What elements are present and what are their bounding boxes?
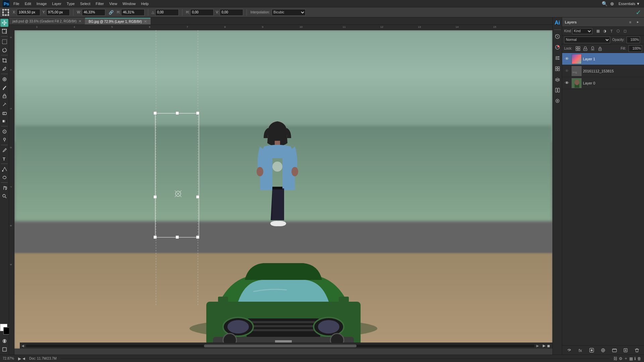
scroll-track-h[interactable] [26, 345, 535, 347]
stop-button[interactable]: ⏹ [547, 344, 550, 348]
pixel-kind-icon[interactable]: ▦ [595, 28, 601, 34]
layers-expand-btn[interactable]: ▸ [635, 19, 641, 25]
h2-input[interactable] [190, 9, 214, 16]
play-btn[interactable]: ▶ [18, 356, 21, 361]
tab-jadi[interactable]: jadi.psd @ 33.6% (Gradient Fill 2, RGB/8… [9, 18, 85, 24]
layer-item-date[interactable]: 👁 img 20161112_153815 [562, 65, 644, 77]
play-button[interactable]: ▶ [543, 344, 545, 348]
add-adjustment-btn[interactable] [600, 347, 606, 354]
scroll-thumb-h[interactable] [204, 345, 357, 347]
layer-status-icon[interactable]: ▦ [629, 356, 633, 361]
canvas-viewport[interactable]: ◀ ▶ ▶ ⏹ [14, 30, 552, 349]
lock-pixels-icon[interactable] [575, 46, 581, 52]
fill-input[interactable] [629, 45, 642, 52]
kind-select[interactable]: Kind Name Effect Mode Attribute Color [572, 28, 592, 34]
menu-image[interactable]: Image [34, 1, 50, 6]
properties-icon[interactable] [553, 54, 561, 62]
menu-filter[interactable]: Filter [93, 1, 106, 6]
create-group-btn[interactable] [611, 347, 618, 354]
link-layers-btn[interactable] [566, 347, 573, 354]
menu-layer[interactable]: Layer [49, 1, 64, 6]
settings-status-icon[interactable]: ⚙ [619, 356, 623, 361]
menu-help[interactable]: Help [138, 1, 151, 6]
transform-tool[interactable] [0, 27, 8, 35]
h-input[interactable] [121, 9, 145, 16]
link-icon[interactable]: 🔗 [107, 9, 115, 16]
color-icon[interactable] [553, 43, 561, 51]
commit-icon[interactable]: ✓ [635, 9, 642, 16]
lock-position-icon[interactable] [582, 46, 588, 52]
pen-tool[interactable] [0, 146, 8, 154]
shape-kind-icon[interactable]: ⬡ [615, 28, 621, 34]
quickmask-tool[interactable] [0, 337, 8, 345]
menu-edit[interactable]: Edit [22, 1, 34, 6]
layers-menu-btn[interactable]: ≡ [627, 19, 634, 25]
layer-date-visibility[interactable]: 👁 [564, 68, 570, 74]
v-input[interactable] [220, 9, 243, 16]
gradient-tool[interactable] [0, 117, 8, 125]
add-status-icon[interactable]: ＋ [624, 356, 628, 361]
eyedropper-tool[interactable] [0, 65, 8, 73]
menu-select[interactable]: Select [77, 1, 93, 6]
layer1-visibility[interactable]: 👁 [564, 56, 570, 62]
layer0-visibility[interactable]: 👁 [564, 80, 570, 86]
menu-file[interactable]: File [11, 1, 22, 6]
blend-mode-select[interactable]: Normal Dissolve Multiply Screen Overlay [564, 37, 610, 43]
move-tool[interactable] [0, 19, 8, 27]
add-style-btn[interactable]: fx [577, 347, 584, 354]
opacity-input[interactable] [627, 37, 640, 43]
screen-mode-tool[interactable] [0, 345, 8, 353]
essentials-label[interactable]: Essentials ▼ [616, 2, 643, 6]
delete-status-icon[interactable]: 🗑 [637, 356, 641, 361]
dodge-tool[interactable] [0, 136, 8, 144]
scroll-left-arrow[interactable]: ◀ [20, 343, 26, 349]
link-status-icon[interactable]: ⛓ [613, 356, 618, 361]
ellipse-tool[interactable] [0, 173, 8, 181]
menu-type[interactable]: Type [64, 1, 77, 6]
crop-tool[interactable] [0, 56, 8, 64]
history-icon[interactable] [553, 33, 561, 41]
marquee-tool[interactable] [0, 38, 8, 46]
menu-view[interactable]: View [107, 1, 120, 6]
angle-input[interactable] [155, 9, 179, 16]
stamp-tool[interactable] [0, 92, 8, 100]
tab-bg[interactable]: BG.jpg @ 72.9% (Layer 1, RGB/8#) ✕ [85, 18, 151, 24]
smart-kind-icon[interactable]: ◻ [622, 28, 628, 34]
add-mask-btn[interactable] [588, 347, 595, 354]
brush-tool[interactable] [0, 83, 8, 92]
path-selection-tool[interactable] [0, 165, 8, 173]
healing-tool[interactable] [0, 75, 8, 83]
info-status-icon[interactable]: ℹ [634, 356, 636, 361]
adjustment-kind-icon[interactable]: ◑ [602, 28, 608, 34]
scroll-right-arrow[interactable]: ▶ [535, 343, 541, 349]
layer-item-layer1[interactable]: 👁 Layer 1 [562, 53, 644, 65]
lock-all-icon[interactable] [597, 46, 603, 52]
layers-icon[interactable] [553, 75, 561, 83]
text-tool[interactable]: T [0, 155, 8, 163]
y-input[interactable] [46, 9, 70, 16]
horizontal-scrollbar[interactable]: ◀ ▶ ▶ ⏹ [20, 343, 552, 349]
transform-tool-icon[interactable] [2, 9, 9, 16]
libraries-icon[interactable] [553, 65, 561, 73]
history-brush-tool[interactable] [0, 100, 8, 108]
x-input[interactable] [17, 9, 40, 16]
layer-item-layer0[interactable]: 👁 Layer 0 [562, 77, 644, 89]
menu-window[interactable]: Window [120, 1, 138, 6]
ai-icon[interactable]: Ai [553, 19, 561, 27]
interpolation-select[interactable]: Bicubic Nearest Neighbor Bilinear Bicubi… [272, 9, 306, 16]
type-kind-icon[interactable]: T [608, 28, 614, 34]
w-input[interactable] [82, 9, 105, 16]
channels-icon[interactable] [553, 86, 561, 94]
search-icon[interactable]: 🔍 [601, 0, 608, 7]
delete-layer-btn[interactable] [634, 347, 640, 354]
lock-artboard-icon[interactable] [590, 46, 596, 52]
review-icon[interactable]: ⊕ [608, 0, 616, 7]
create-layer-btn[interactable] [622, 347, 629, 354]
tab-bg-close[interactable]: ✕ [144, 19, 147, 24]
eraser-tool[interactable] [0, 109, 8, 117]
zoom-tool[interactable] [0, 192, 8, 200]
lasso-tool[interactable] [0, 46, 8, 54]
prev-frame-btn[interactable]: ◀ [22, 357, 25, 360]
adjustments-icon[interactable] [553, 97, 561, 105]
tab-jadi-close[interactable]: ✕ [78, 19, 82, 23]
